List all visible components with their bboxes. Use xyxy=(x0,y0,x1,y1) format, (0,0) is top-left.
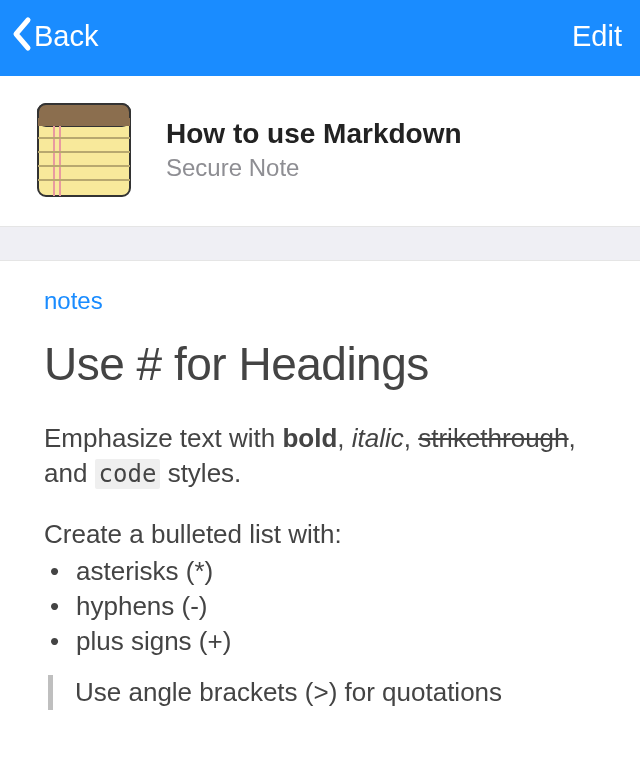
note-header: How to use Markdown Secure Note xyxy=(0,76,640,227)
back-button[interactable]: Back xyxy=(10,14,98,59)
note-subtitle: Secure Note xyxy=(166,154,462,182)
code-sample: code xyxy=(95,459,161,489)
edit-button[interactable]: Edit xyxy=(572,20,622,53)
field-label-notes: notes xyxy=(44,287,596,315)
strikethrough-sample: strikethrough xyxy=(418,423,568,453)
section-divider xyxy=(0,227,640,261)
list-item: hyphens (-) xyxy=(50,589,596,624)
italic-sample: italic xyxy=(352,423,404,453)
svg-rect-2 xyxy=(38,118,130,126)
emphasis-prefix: Emphasize text with xyxy=(44,423,282,453)
chevron-left-icon xyxy=(10,16,32,59)
back-label: Back xyxy=(34,20,98,53)
note-header-text: How to use Markdown Secure Note xyxy=(166,118,462,182)
emphasis-paragraph: Emphasize text with bold, italic, strike… xyxy=(44,421,596,491)
bold-sample: bold xyxy=(282,423,337,453)
note-content: notes Use # for Headings Emphasize text … xyxy=(0,261,640,710)
navigation-bar: Back Edit xyxy=(0,0,640,76)
list-item: plus signs (+) xyxy=(50,624,596,659)
blockquote: Use angle brackets (>) for quotations xyxy=(48,675,596,710)
rendered-heading: Use # for Headings xyxy=(44,337,596,391)
list-item: asterisks (*) xyxy=(50,554,596,589)
list-intro: Create a bulleted list with: xyxy=(44,519,596,550)
bullet-list: asterisks (*) hyphens (-) plus signs (+) xyxy=(50,554,596,659)
notepad-icon xyxy=(36,102,132,198)
blockquote-text: Use angle brackets (>) for quotations xyxy=(75,677,502,707)
note-title: How to use Markdown xyxy=(166,118,462,150)
